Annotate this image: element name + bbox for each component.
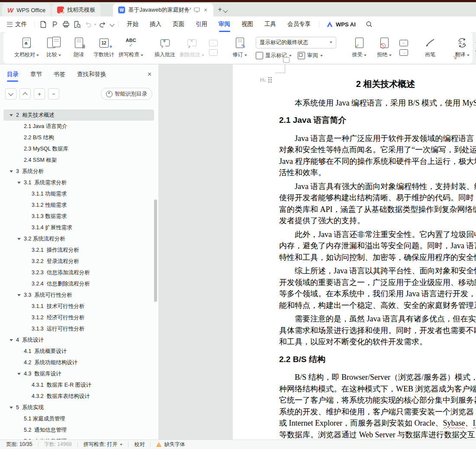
toc-item[interactable]: 5 系统实现 xyxy=(3,402,154,413)
previous-change-icon[interactable]: ← xyxy=(399,40,408,46)
toc-item[interactable]: 3.1.3 数据需求 xyxy=(3,211,154,222)
file-menu-button[interactable]: 文件 xyxy=(0,20,32,28)
tab-list-chevron-icon[interactable] xyxy=(223,8,228,13)
reject-button[interactable]: 拒绝 xyxy=(373,37,396,58)
toc-collapse-caret-icon[interactable] xyxy=(17,238,21,240)
toc-item[interactable]: 3.2.1 操作流程分析 xyxy=(3,244,154,256)
toc-collapse-caret-icon[interactable] xyxy=(10,170,13,173)
review-pane-button[interactable]: 审阅 xyxy=(298,52,323,59)
drag-handle-icon[interactable] xyxy=(268,77,272,83)
insert-comment-button[interactable]: + 插入批注 xyxy=(153,37,177,58)
next-comment-icon[interactable]: → xyxy=(209,49,218,56)
wps-ai-button[interactable]: WPS AI xyxy=(326,21,356,28)
new-tab-icon[interactable]: + xyxy=(218,5,222,14)
toc-item[interactable]: 3.1 系统需求分析 xyxy=(3,177,154,188)
redo-button[interactable] xyxy=(96,19,108,29)
tab-document[interactable]: W 基于Javaweb的家庭财务管理 × xyxy=(113,3,213,16)
toc-item[interactable]: 2.1 Java 语言简介 xyxy=(3,121,154,132)
menu-item-3[interactable]: 引用 xyxy=(190,16,213,32)
toc-collapse-caret-icon[interactable] xyxy=(10,114,13,116)
toc-collapse-caret-icon[interactable] xyxy=(17,294,21,296)
toc-collapse-caret-icon[interactable] xyxy=(10,339,13,341)
toc-collapse-all-button[interactable] xyxy=(19,88,31,99)
menu-item-4[interactable]: 审阅 xyxy=(213,16,236,32)
spell-check-status[interactable]: 拼写检查: 打开 xyxy=(84,441,123,448)
sidebar-tab-1[interactable]: 章节 xyxy=(30,64,42,84)
menu-item-0[interactable]: 开始 xyxy=(121,16,144,32)
toc-item[interactable]: 3.2.2 登录流程分析 xyxy=(3,256,154,267)
search-icon[interactable] xyxy=(363,19,375,29)
sidebar-close-icon[interactable]: × xyxy=(148,71,151,78)
sidebar-tab-3[interactable]: 查找和替换 xyxy=(77,64,106,84)
toc-item[interactable]: 3 系统分析 xyxy=(3,166,154,177)
revise-button[interactable]: ✎ 修订 xyxy=(228,37,251,58)
tab-wps-home[interactable]: W WPS Office xyxy=(2,3,51,16)
menu-item-7[interactable]: 会员专享 xyxy=(282,16,316,32)
word-count-button[interactable]: 12 + 字数统计 xyxy=(92,37,116,58)
accept-button[interactable]: ✓ 接受 xyxy=(347,37,371,58)
delete-comment-button[interactable]: × 删除批注 xyxy=(178,37,206,58)
toc-item[interactable]: 5.2 通知信息管理 xyxy=(3,424,154,436)
toc-item[interactable]: 3.2.3 信息添加流程分析 xyxy=(3,267,154,278)
next-change-icon[interactable]: → xyxy=(399,49,408,56)
print-button[interactable] xyxy=(60,19,71,29)
toc-item[interactable]: 4 系统设计 xyxy=(3,334,154,346)
quickbar-chevron-icon[interactable] xyxy=(109,22,114,26)
toc-item[interactable]: 3.2 系统流程分析 xyxy=(3,233,154,244)
toc-item[interactable]: 3.3 系统可行性分析 xyxy=(3,289,154,301)
toc-item[interactable]: 3.2.4 信息删除流程分析 xyxy=(3,278,154,289)
toc-item[interactable]: 3.1.2 性能需求 xyxy=(3,199,154,211)
toc-item[interactable]: 5.1 家庭成员管理 xyxy=(3,413,154,424)
toc-expand-all-button[interactable] xyxy=(5,88,16,99)
toc-item[interactable]: 2.2 B/S 结构 xyxy=(3,132,154,143)
toc-zoom-in-button[interactable]: + xyxy=(34,88,45,99)
menu-item-6[interactable]: 工具 xyxy=(259,16,282,32)
print-preview-button[interactable] xyxy=(71,19,83,29)
save-button[interactable] xyxy=(38,19,49,29)
proofread-button[interactable]: 校对 xyxy=(134,441,145,448)
toc-item[interactable]: 3.1.1 功能需求 xyxy=(3,188,154,199)
tab-docer-templates[interactable]: 找稻壳模板 xyxy=(52,3,100,16)
smart-toc-button[interactable]: 智能识别目录 xyxy=(101,88,152,100)
menu-item-5[interactable]: 视图 xyxy=(236,16,259,32)
menu-item-2[interactable]: 页面 xyxy=(167,16,190,32)
previous-comment-icon[interactable]: ← xyxy=(209,40,218,46)
read-aloud-button[interactable]: )) 朗读 xyxy=(67,37,90,58)
sidebar-scrollbar[interactable] xyxy=(154,199,157,302)
toc-item[interactable]: 5.3 支出信息管理 xyxy=(3,436,154,439)
heading-level-badge[interactable]: H1 xyxy=(260,77,272,83)
export-pdf-button[interactable] xyxy=(49,19,60,29)
spell-check-button[interactable]: ABC ✓ 拼写检查 xyxy=(117,37,145,58)
brush-button[interactable]: 画笔 xyxy=(418,37,442,58)
toc-item[interactable]: 3.1.1 技术可行性分析 xyxy=(3,301,154,312)
page-indicator[interactable]: 页面: 10/35 xyxy=(6,441,32,448)
monitor-icon[interactable] xyxy=(194,7,200,13)
toc-item[interactable]: 2.4 SSM 框架 xyxy=(3,154,154,166)
toc-zoom-out-button[interactable]: − xyxy=(48,88,59,99)
sidebar-tab-0[interactable]: 目录 xyxy=(7,64,19,84)
toc-collapse-caret-icon[interactable] xyxy=(17,182,21,184)
missing-font-button[interactable]: 缺失字体 xyxy=(156,441,185,448)
toc-item[interactable]: 4.3.2 数据库表结构设计 xyxy=(3,391,154,402)
dialog-launcher-icon[interactable] xyxy=(453,54,457,61)
compare-button[interactable]: 比较 xyxy=(42,37,65,58)
toc-item[interactable]: 4.2 系统功能结构设计 xyxy=(3,357,154,368)
menu-item-1[interactable]: 插入 xyxy=(144,16,167,32)
toc-item[interactable]: 3.1.2 经济可行性分析 xyxy=(3,312,154,323)
toc-item[interactable]: 3.1.3 运行可行性分析 xyxy=(3,323,154,334)
toc-collapse-caret-icon[interactable] xyxy=(17,373,21,375)
toc-item[interactable]: 2 相关技术概述 xyxy=(3,109,154,121)
sidebar-tab-2[interactable]: 书签 xyxy=(54,64,65,84)
toc-item[interactable]: 2.3 MySQL 数据库 xyxy=(3,143,154,154)
close-tab-icon[interactable]: × xyxy=(203,7,208,13)
undo-button[interactable] xyxy=(83,19,94,29)
toc-item[interactable]: 4.1 系统概要设计 xyxy=(3,346,154,357)
toc-item[interactable]: 3.1.4 扩展性需求 xyxy=(3,222,154,233)
toc-collapse-caret-icon[interactable] xyxy=(10,407,13,409)
toc-item[interactable]: 4.3.1 数据库 E-R 图设计 xyxy=(3,379,154,391)
ribbon-toggle-icon[interactable] xyxy=(283,57,289,63)
markup-state-select[interactable]: 显示标记的最终状态 xyxy=(256,37,336,48)
toc-item[interactable]: 4.3 数据库设计 xyxy=(3,368,154,379)
word-count-indicator[interactable]: 字数: 14968 xyxy=(44,441,72,448)
document-page[interactable]: H1 2 相关技术概述本系统使用 Java 编程语言，采用 B/S 模式，使用 … xyxy=(233,64,476,439)
